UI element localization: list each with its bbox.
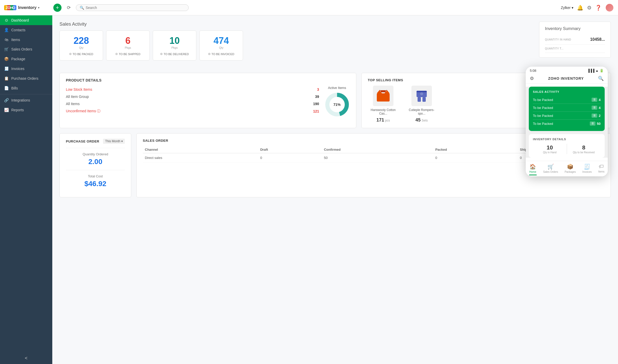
- sidebar-item-invoices[interactable]: 🧾 Invoices: [0, 64, 52, 74]
- romper-svg: [414, 88, 429, 104]
- item-0-image: [373, 86, 393, 106]
- mobile-nav-invoices[interactable]: 🧾 Invoices: [582, 164, 592, 175]
- svg-rect-5: [381, 90, 386, 92]
- sidebar-label-dashboard: Dashboard: [11, 18, 29, 22]
- mobile-bottom-nav: 🏠 Home 🛒 Sales Orders 📦 Packages 🧾 Invoi…: [526, 161, 608, 176]
- avatar[interactable]: [605, 3, 614, 12]
- chevron-down-icon[interactable]: ▾: [38, 6, 39, 9]
- inv-qty-hand-label: QUANTITY IN HAND: [545, 38, 571, 41]
- sidebar-item-integrations[interactable]: 🔗 Integrations: [0, 95, 52, 105]
- help-icon[interactable]: ❓: [595, 5, 602, 11]
- mobile-inv-hand: 10 Qty in Hand: [533, 144, 567, 154]
- low-stock-link[interactable]: Low Stock Items: [66, 87, 92, 92]
- item-1-image: [411, 86, 432, 106]
- activity-card-delivered[interactable]: 10 Pkgs ⊙ TO BE DELIVERED: [153, 31, 196, 60]
- mobile-nav-packages[interactable]: 📦 Packages: [565, 164, 576, 175]
- sidebar-item-package[interactable]: 📦 Package: [0, 54, 52, 64]
- mobile-sales-row-0[interactable]: To be Packed ☰ 4: [533, 96, 601, 104]
- sidebar-item-sales-orders[interactable]: 🛒 Sales Orders: [0, 44, 52, 54]
- reports-icon: 📈: [4, 108, 9, 112]
- delivered-status: ⊙ TO BE DELIVERED: [160, 52, 189, 56]
- mobile-gear-icon[interactable]: ⚙: [530, 76, 534, 81]
- mobile-qty-receive-label: Qty to be Received: [567, 151, 601, 154]
- pd-low-stock[interactable]: Low Stock Items 3: [66, 86, 319, 93]
- sidebar-item-items[interactable]: 🛍 Items: [0, 35, 52, 44]
- clock-icon: ⊙: [115, 52, 118, 56]
- shipped-label: Pkgs: [125, 46, 131, 49]
- donut-label: Active Items: [328, 86, 346, 90]
- po-header: PURCHASE ORDER This Month ▾: [66, 139, 125, 144]
- home-icon: 🏠: [530, 164, 536, 170]
- pd-unconfirmed[interactable]: Unconfirmed Items ⓘ 121: [66, 107, 319, 115]
- mobile-nav-home[interactable]: 🏠 Home: [529, 164, 537, 175]
- sidebar-item-purchase-orders[interactable]: 📋 Purchase Orders: [0, 74, 52, 83]
- mobile-nav-items[interactable]: 🏷 Items: [598, 164, 604, 175]
- all-item-group-label: All Item Group: [66, 95, 89, 99]
- bell-icon[interactable]: 🔔: [577, 5, 583, 11]
- so-row-channel: Direct sales: [143, 153, 258, 163]
- add-button[interactable]: +: [53, 4, 62, 12]
- mobile-sales-val-0: ☰ 4: [592, 98, 601, 102]
- mobile-sales-label-0: To be Packed: [533, 98, 553, 102]
- mobile-status-bar: 5:08 ▐▐▐ ▲ 🔋: [526, 67, 608, 74]
- sidebar-label-package: Package: [11, 57, 25, 61]
- gear-icon[interactable]: ⚙: [587, 5, 592, 11]
- mobile-qty-receive-value: 8: [567, 144, 601, 151]
- unconfirmed-link[interactable]: Unconfirmed Items ⓘ: [66, 109, 100, 114]
- mobile-search-icon[interactable]: 🔍: [598, 76, 604, 81]
- mobile-sales-row-2[interactable]: To be Packed ☰ 2: [533, 112, 601, 120]
- sidebar-item-dashboard[interactable]: ⊙ Dashboard: [0, 15, 52, 25]
- search-input[interactable]: [86, 6, 185, 10]
- mobile-sales-title: SALES ACTIVITY: [533, 90, 601, 93]
- so-row-confirmed: 50: [322, 153, 433, 163]
- mobile-nav-sales-orders[interactable]: 🛒 Sales Orders: [543, 164, 558, 175]
- top-selling-item-1[interactable]: Cutieple Rompers-spo... 45 Sets: [406, 86, 437, 123]
- activity-card-shipped[interactable]: 6 Pkgs ⊙ TO BE SHIPPED: [106, 31, 150, 60]
- sidebar-label-bills: Bills: [11, 86, 18, 90]
- invoices-icon: 🧾: [4, 66, 9, 71]
- so-row-draft: 0: [258, 153, 322, 163]
- items-icon: 🏷: [599, 164, 604, 169]
- history-button[interactable]: ⟳: [65, 4, 73, 12]
- mobile-nav-packages-label: Packages: [565, 170, 576, 173]
- top-selling-item-0[interactable]: Hanswooly Cotton Cas... 171 pcs: [368, 86, 399, 123]
- mobile-sales-row-3[interactable]: To be Packed ☰ 50: [533, 120, 601, 127]
- mobile-time: 5:08: [530, 69, 536, 73]
- activity-card-invoiced[interactable]: 474 Qty ⊙ TO BE INVOICED: [199, 31, 243, 60]
- sidebar-divider: [0, 94, 52, 94]
- donut-percent: 71%: [333, 103, 341, 107]
- search-bar[interactable]: 🔍: [76, 4, 189, 11]
- product-donut-area: Active Items 71%: [324, 86, 350, 117]
- app-name: Inventory: [18, 5, 36, 10]
- sidebar-collapse-button[interactable]: <: [4, 356, 48, 361]
- po-filter-button[interactable]: This Month ▾: [103, 139, 125, 144]
- pd-all-items: All Items 190: [66, 100, 319, 107]
- invoiced-label: Qty: [219, 46, 223, 49]
- po-stat-qty-value: 2.00: [66, 158, 125, 166]
- sidebar-label-purchase-orders: Purchase Orders: [11, 76, 38, 80]
- sweater-svg: [376, 88, 391, 104]
- po-stat-cost-value: $46.92: [66, 180, 125, 188]
- sidebar-label-items: Items: [11, 38, 20, 42]
- sidebar-item-contacts[interactable]: 👤 Contacts: [0, 25, 52, 35]
- svg-rect-8: [422, 97, 426, 102]
- mobile-sales-val-1: ☰ 4: [592, 106, 601, 110]
- mobile-qty-hand-label: Qty in Hand: [533, 151, 567, 154]
- mobile-sales-label-3: To be Packed: [533, 122, 553, 126]
- sidebar-item-reports[interactable]: 📈 Reports: [0, 105, 52, 115]
- org-name[interactable]: Zylker ▾: [561, 6, 573, 10]
- sidebar: ⊙ Dashboard 👤 Contacts 🛍 Items 🛒 Sales O…: [0, 15, 52, 364]
- so-col-packed: Packed: [433, 146, 518, 153]
- sidebar-item-bills[interactable]: 📄 Bills: [0, 83, 52, 93]
- mobile-inventory-section: INVENTORY DETAILS 10 Qty in Hand 8 Qty t…: [529, 134, 605, 158]
- mobile-sales-row-1[interactable]: To be Packed ☰ 4: [533, 104, 601, 112]
- packages-icon: 📦: [567, 164, 573, 170]
- purchase-orders-icon: 📋: [4, 76, 9, 81]
- activity-card-packed[interactable]: 228 Qty ⊙ TO BE PACKED: [59, 31, 103, 60]
- mobile-package-icon-2: ☰: [592, 114, 597, 118]
- item-1-unit: Sets: [422, 119, 428, 122]
- items-icon: 🛍: [4, 37, 9, 42]
- mobile-sales-val-3: ☰ 50: [590, 122, 601, 126]
- donut-chart: 71%: [324, 92, 350, 117]
- item-0-unit: pcs: [385, 119, 390, 122]
